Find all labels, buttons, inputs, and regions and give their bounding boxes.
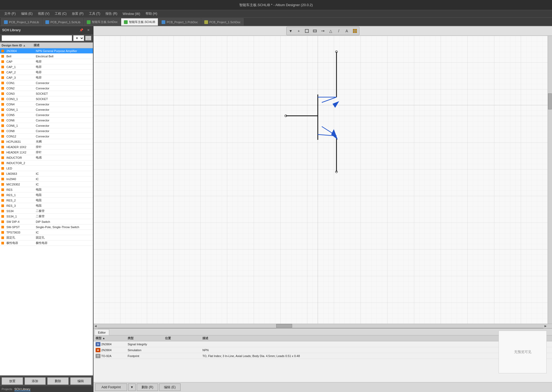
- lib-row-header10[interactable]: HEADER 10X2 排针: [0, 144, 93, 150]
- search-input[interactable]: [2, 35, 72, 41]
- lib-row-polarcap[interactable]: 极性电容 极性电容: [0, 240, 93, 246]
- place-button[interactable]: 放置: [2, 377, 23, 385]
- col-model-header[interactable]: 模型 ▲: [93, 336, 126, 340]
- lib-row-con61[interactable]: CON6_1 Connector: [0, 123, 93, 128]
- lib-row-con41[interactable]: CON4_1 Connector: [0, 107, 93, 112]
- tab-schlib[interactable]: PCB_Project_1.SchLib: [42, 18, 83, 26]
- lib-row-res[interactable]: RES 电阻: [0, 187, 93, 192]
- toolbar-line-btn[interactable]: /: [335, 27, 343, 34]
- lib-row-con2[interactable]: CON2 Connector: [0, 86, 93, 91]
- pbl-projects[interactable]: Projects: [2, 387, 12, 391]
- lib-row-cap[interactable]: CAP 电容: [0, 59, 93, 64]
- col-location-header[interactable]: 位置: [163, 336, 200, 340]
- vertical-scrollbar[interactable]: [548, 36, 552, 324]
- lib-row-inductor[interactable]: INDUCTOR 电感: [0, 155, 93, 160]
- row-desc-con41: Connector: [35, 108, 93, 111]
- lib-row-cap3[interactable]: CAP_3 电容: [0, 75, 93, 80]
- search-bar: ▼ ...: [0, 34, 93, 42]
- delete-button[interactable]: 删除: [47, 377, 69, 385]
- lib-row-con3[interactable]: CON3 SOCKET: [0, 91, 93, 96]
- tab-pcbdoc[interactable]: PCB_Project_1.PcbDoc: [159, 18, 201, 26]
- horizontal-scrollbar[interactable]: ◀ ▶: [93, 324, 552, 328]
- tab-schdoc2[interactable]: PCB_Project_1.SchDoc: [201, 18, 244, 26]
- lib-row-header11[interactable]: HEADER 11X2 排针: [0, 150, 93, 155]
- lib-row-inductor2[interactable]: INDUCTOR_2: [0, 160, 93, 166]
- lib-row-res3[interactable]: RES_3 电阻: [0, 203, 93, 208]
- row-desc-res2: 电阻: [35, 198, 93, 202]
- lib-row-ss34[interactable]: SS34 二极管: [0, 208, 93, 214]
- editor-tab[interactable]: Editor: [95, 329, 109, 335]
- lib-row-res2[interactable]: RES_2 电阻: [0, 198, 93, 203]
- hscroll-left-arrow[interactable]: ◀: [93, 324, 98, 328]
- edit-model-btn[interactable]: 编辑 (E): [159, 383, 181, 391]
- toolbar-text-btn[interactable]: A: [343, 27, 351, 34]
- lib-row-lm2663[interactable]: LM2663 IC: [0, 171, 93, 176]
- lib-row-ss341[interactable]: SS34_1 二极管: [0, 214, 93, 219]
- lib-row-2n3904[interactable]: 2N3904 NPN General Purpose Amplifier: [0, 48, 93, 54]
- panel-title: SCH Library: [2, 28, 77, 32]
- menu-edit[interactable]: 编辑 (E): [19, 11, 35, 17]
- lib-row-fixhole[interactable]: 固定孔 固定孔: [0, 235, 93, 240]
- pbl-schlib[interactable]: SCH Library: [14, 387, 30, 391]
- menu-file[interactable]: 文件 (F): [2, 11, 18, 17]
- tab-pcblib[interactable]: PCB_Project_1.PcbLib: [1, 18, 42, 26]
- col-desc-header[interactable]: 描述: [33, 43, 92, 47]
- vscroll-thumb[interactable]: [548, 93, 552, 109]
- menu-place[interactable]: 放置 (P): [70, 11, 85, 17]
- lib-row-hcpl[interactable]: HCPL0631 光耦: [0, 139, 93, 144]
- menu-help[interactable]: 帮助 (H): [143, 11, 159, 17]
- lib-row-led[interactable]: LED: [0, 166, 93, 171]
- toolbar-grid-btn[interactable]: [351, 27, 359, 34]
- panel-pin-btn[interactable]: 📌: [78, 28, 84, 33]
- editor-row-si[interactable]: SI 2N3904 Signal Integrity: [93, 341, 552, 347]
- menu-tools[interactable]: 工具 (T): [87, 11, 103, 17]
- lib-row-swdip4[interactable]: SW DIP-4 DIP Switch: [0, 219, 93, 224]
- hscroll-thumb[interactable]: [276, 324, 292, 328]
- lib-row-con4[interactable]: CON4 Connector: [0, 102, 93, 107]
- tab-schlib-active[interactable]: 智能车主板.SCHLIB: [121, 18, 158, 26]
- col-type-header[interactable]: 类型: [126, 336, 163, 340]
- toolbar-add-btn[interactable]: +: [295, 27, 303, 34]
- toolbar-connect-btn[interactable]: [319, 27, 327, 34]
- lib-row-mic[interactable]: MIC29302 IC: [0, 182, 93, 187]
- lib-row-con1[interactable]: CON1 Connector: [0, 80, 93, 86]
- lib-row-con8[interactable]: CON8 Connector: [0, 128, 93, 134]
- lib-row-bell[interactable]: Bell Electrical Bell: [0, 54, 93, 59]
- svg-rect-10: [93, 36, 552, 324]
- menu-reports[interactable]: 报告 (R): [103, 11, 119, 17]
- panel-close-btn[interactable]: ✕: [86, 28, 91, 33]
- menu-window[interactable]: Window (W): [120, 11, 142, 16]
- add-button[interactable]: 添加: [25, 377, 46, 385]
- toolbar-rect2-btn[interactable]: [311, 27, 319, 34]
- hscroll-right-arrow[interactable]: ▶: [543, 324, 548, 328]
- row-icon-hcpl: [1, 140, 5, 144]
- lib-row-cap1[interactable]: CAP_1 电容: [0, 64, 93, 70]
- lib-row-cap2[interactable]: CAP_2 电容: [0, 70, 93, 75]
- lib-row-tps[interactable]: TPS73633 IC: [0, 230, 93, 235]
- footprint-dropdown-btn[interactable]: ▼: [128, 383, 136, 391]
- search-options-btn[interactable]: ...: [85, 36, 91, 41]
- row-desc-swspst: Single-Pole, Single-Throw Switch: [35, 225, 93, 229]
- lib-row-con6[interactable]: CON6 Connector: [0, 118, 93, 123]
- toolbar-filter-btn[interactable]: ▼: [287, 27, 295, 34]
- toolbar-tri-btn[interactable]: △: [327, 27, 335, 34]
- tab-schdoc[interactable]: 智能车主板.SchDoc: [84, 18, 121, 26]
- menu-view[interactable]: 视图 (V): [36, 11, 52, 17]
- editor-row-fp[interactable]: TO-92A Footprint TO, Flat Index; 3 In-Li…: [93, 353, 552, 359]
- editor-row-sim[interactable]: M 2N3904 Simulation NPN: [93, 347, 552, 353]
- col-id-header[interactable]: Design Item ID ▲: [1, 44, 33, 47]
- delete-model-btn[interactable]: 删除 (R): [137, 383, 158, 391]
- toolbar-rect-btn[interactable]: [303, 27, 311, 34]
- search-dropdown[interactable]: ▼: [73, 35, 84, 41]
- add-footprint-btn[interactable]: Add Footprint: [95, 383, 127, 391]
- menu-project[interactable]: 工程 (C): [53, 11, 69, 17]
- row-id-cap3: CAP_3: [5, 76, 35, 79]
- lib-row-con12[interactable]: CON12 Connector: [0, 134, 93, 139]
- lib-row-lm2940[interactable]: lm2940 IC: [0, 176, 93, 182]
- row-icon-inductor: [1, 156, 5, 160]
- edit-button[interactable]: 编辑: [70, 377, 92, 385]
- lib-row-con5[interactable]: CON5 Connector: [0, 112, 93, 118]
- lib-row-res1[interactable]: RES_1 电阻: [0, 192, 93, 198]
- lib-row-con31[interactable]: CON3_1 SOCKET: [0, 96, 93, 102]
- lib-row-swspst[interactable]: SW-SPST Single-Pole, Single-Throw Switch: [0, 224, 93, 230]
